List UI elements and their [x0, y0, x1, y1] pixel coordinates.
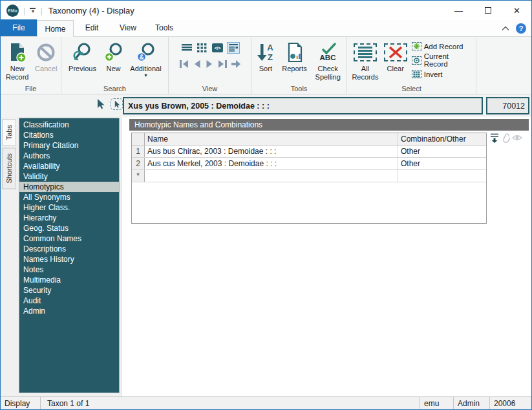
status-group: Admin — [454, 397, 490, 410]
row-number-header — [132, 133, 145, 145]
details-view-icon[interactable] — [228, 43, 239, 53]
last-record-icon[interactable] — [217, 59, 228, 69]
sidebar-item-audit[interactable]: Audit — [19, 296, 119, 306]
tab-view[interactable]: View — [110, 19, 146, 36]
app-window: EMu | ▾ | Taxonomy (4) - Display — ✕ Fil… — [0, 0, 532, 410]
column-header-name[interactable]: Name — [145, 133, 398, 145]
pointer-select-tool-icon[interactable] — [111, 98, 123, 110]
sidebar-item-classification[interactable]: Classification — [19, 120, 119, 130]
pointer-tool-icon[interactable] — [95, 98, 106, 110]
sidebar-item-homotypics[interactable]: Homotypics — [19, 182, 119, 192]
cell-name[interactable]: Aus cus Merkel, 2003 : Demoidae : : : — [145, 158, 398, 169]
cell-combination[interactable]: Other — [398, 158, 486, 169]
record-summary-row: Xus yus Brown, 2005 : Demoidae : : : 700… — [1, 94, 531, 117]
list-view-icon[interactable] — [181, 43, 193, 53]
select-current-record-button[interactable]: Current Record — [412, 52, 474, 68]
grid-view-icon[interactable] — [197, 43, 208, 53]
emu-logo-icon: EMu — [6, 5, 19, 17]
sidebar-item-primary-citation[interactable]: Primary Citation — [19, 140, 119, 151]
previous-search-icon — [72, 41, 93, 64]
group-label-search: Search — [61, 85, 168, 92]
ribbon-group-file: New Record Cancel File — [1, 37, 61, 94]
first-record-icon[interactable] — [179, 59, 189, 69]
clear-selection-button[interactable]: Clear — [382, 39, 409, 73]
sidebar-item-multimedia[interactable]: Multimedia — [19, 275, 119, 285]
sidebar-item-higher-class[interactable]: Higher Class. — [19, 202, 119, 213]
sidebar-item-authors[interactable]: Authors — [19, 151, 119, 161]
grid-tools — [489, 133, 522, 143]
cell-combination[interactable] — [398, 170, 486, 182]
group-label-view: View — [169, 85, 251, 92]
sidebar-item-descriptions[interactable]: Descriptions — [19, 244, 119, 254]
sidebar-item-all-synonyms[interactable]: All Synonyms — [19, 192, 119, 202]
additional-search-button[interactable]: & Additional ▾ — [126, 39, 166, 78]
column-header-combination[interactable]: Combination/Other — [398, 133, 486, 145]
previous-search-button[interactable]: Previous — [64, 39, 101, 73]
sidebar-mode-shortcuts[interactable]: Shortcuts — [2, 147, 16, 189]
maximize-button[interactable] — [473, 1, 502, 20]
tab-tools[interactable]: Tools — [146, 19, 182, 36]
sidebar-item-hierarchy[interactable]: Hierarchy — [19, 213, 119, 223]
ribbon-group-select: All Records Clear — [347, 37, 476, 94]
new-search-icon — [103, 41, 124, 64]
select-all-records-button[interactable]: All Records — [348, 39, 382, 81]
sidebar-item-validity[interactable]: Validity — [19, 171, 119, 182]
ribbon-tab-bar: File Home Edit View Tools ? — [1, 20, 531, 37]
sidebar-item-common-names[interactable]: Common Names — [19, 233, 119, 244]
title-bar: EMu | ▾ | Taxonomy (4) - Display — ✕ — [1, 1, 531, 20]
sidebar-mode-tabs[interactable]: Tabs — [2, 119, 16, 146]
cell-name[interactable]: Aus bus Chirac, 2003 : Demoidae : : : — [145, 146, 398, 157]
reports-button[interactable]: Reports — [279, 39, 311, 73]
new-search-button[interactable]: New — [101, 39, 126, 73]
sidebar-item-security[interactable]: Security — [19, 285, 119, 296]
svg-text:</>: </> — [215, 46, 221, 50]
new-record-button[interactable]: New Record — [2, 39, 32, 81]
add-record-to-selection-button[interactable]: Add Record — [412, 42, 474, 50]
fill-tool-icon[interactable] — [489, 133, 500, 143]
goto-record-icon[interactable] — [231, 59, 241, 69]
quick-access-dropdown-icon[interactable]: ▾ — [30, 8, 36, 13]
ribbon-group-search: Previous New — [61, 37, 169, 94]
ribbon: New Record Cancel File — [1, 37, 531, 94]
left-column: Tabs Shortcuts Classification Citations … — [1, 117, 122, 396]
collapse-ribbon-icon[interactable] — [502, 26, 509, 31]
sidebar-item-notes[interactable]: Notes — [19, 264, 119, 275]
window-title: Taxonomy (4) - Display — [48, 6, 134, 16]
tab-file[interactable]: File — [1, 19, 37, 36]
status-record-id: 20006 — [490, 397, 531, 410]
cell-combination[interactable]: Other — [398, 146, 486, 157]
new-row-indicator: * — [132, 170, 145, 182]
view-record-eye-icon[interactable] — [512, 133, 522, 142]
cancel-button[interactable]: Cancel — [32, 39, 59, 73]
sidebar-item-admin[interactable]: Admin — [19, 306, 119, 316]
next-record-icon[interactable] — [205, 59, 214, 69]
table-row: 1 Aus bus Chirac, 2003 : Demoidae : : : … — [132, 146, 486, 158]
sort-button[interactable]: A Z Sort — [253, 39, 279, 73]
attachment-icon[interactable] — [501, 133, 511, 143]
main-panel: Homotypic Names and Combinations Name Co… — [123, 117, 532, 396]
table-header-row: Name Combination/Other — [132, 133, 486, 146]
status-record-position: Taxon 1 of 1 — [41, 397, 420, 410]
cell-name[interactable] — [145, 170, 398, 182]
divider: | — [23, 6, 25, 16]
sidebar-item-availability[interactable]: Availability — [19, 161, 119, 171]
invert-selection-button[interactable]: Invert — [412, 70, 474, 78]
help-icon[interactable]: ? — [516, 23, 526, 34]
new-record-icon — [8, 41, 27, 64]
group-label-select: Select — [347, 85, 476, 92]
tab-home[interactable]: Home — [37, 20, 74, 37]
minimize-button[interactable]: — — [444, 1, 473, 20]
sidebar-item-names-history[interactable]: Names History — [19, 254, 119, 264]
sidebar-item-citations[interactable]: Citations — [19, 130, 119, 140]
table-new-row: * — [132, 170, 486, 182]
previous-record-icon[interactable] — [193, 59, 202, 69]
check-spelling-icon: ABC — [317, 41, 339, 64]
code-view-icon[interactable]: </> — [212, 43, 224, 53]
sidebar-item-geog-status[interactable]: Geog. Status — [19, 223, 119, 233]
ribbon-group-view: </> — [169, 37, 251, 94]
reports-icon — [286, 41, 304, 64]
tab-edit[interactable]: Edit — [74, 19, 110, 36]
homotypic-names-table: Name Combination/Other 1 Aus bus Chirac,… — [131, 133, 487, 224]
check-spelling-button[interactable]: ABC Check Spelling — [310, 39, 345, 81]
close-button[interactable]: ✕ — [502, 1, 531, 20]
